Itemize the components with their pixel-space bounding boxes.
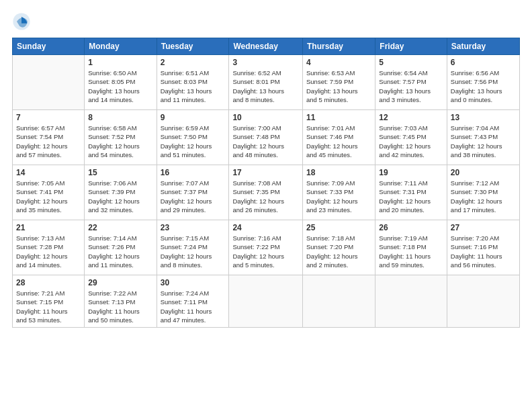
day-number: 17 — [232, 168, 299, 177]
day-info: Sunrise: 6:58 AM Sunset: 7:52 PM Dayligh… — [88, 124, 152, 159]
calendar-cell: 20Sunrise: 7:12 AM Sunset: 7:30 PM Dayli… — [447, 165, 519, 220]
calendar-cell: 23Sunrise: 7:15 AM Sunset: 7:24 PM Dayli… — [157, 220, 229, 275]
header — [12, 12, 520, 31]
day-number: 26 — [379, 223, 443, 232]
day-info: Sunrise: 7:15 AM Sunset: 7:24 PM Dayligh… — [161, 234, 226, 269]
day-number: 10 — [232, 113, 299, 122]
day-number: 27 — [451, 223, 516, 232]
day-info: Sunrise: 7:00 AM Sunset: 7:48 PM Dayligh… — [232, 124, 299, 159]
page: SundayMondayTuesdayWednesdayThursdayFrid… — [0, 0, 532, 411]
day-number: 24 — [232, 223, 299, 232]
day-number: 1 — [88, 58, 152, 67]
day-number: 4 — [306, 58, 371, 67]
day-number: 13 — [451, 113, 516, 122]
day-info: Sunrise: 7:13 AM Sunset: 7:28 PM Dayligh… — [16, 234, 81, 269]
day-number: 11 — [306, 113, 371, 122]
day-number: 12 — [379, 113, 443, 122]
calendar-cell: 15Sunrise: 7:06 AM Sunset: 7:39 PM Dayli… — [85, 165, 157, 220]
calendar-cell: 13Sunrise: 7:04 AM Sunset: 7:43 PM Dayli… — [447, 110, 519, 165]
day-info: Sunrise: 7:07 AM Sunset: 7:37 PM Dayligh… — [161, 179, 226, 214]
calendar-cell: 21Sunrise: 7:13 AM Sunset: 7:28 PM Dayli… — [13, 220, 85, 275]
calendar-cell — [229, 275, 303, 328]
day-header-monday: Monday — [85, 38, 157, 55]
day-info: Sunrise: 7:06 AM Sunset: 7:39 PM Dayligh… — [88, 179, 152, 214]
day-header-wednesday: Wednesday — [229, 38, 303, 55]
logo — [12, 12, 34, 31]
calendar-cell — [375, 275, 447, 328]
day-info: Sunrise: 6:52 AM Sunset: 8:01 PM Dayligh… — [232, 68, 299, 104]
calendar-cell: 19Sunrise: 7:11 AM Sunset: 7:31 PM Dayli… — [375, 165, 447, 220]
day-number: 6 — [451, 58, 516, 67]
day-info: Sunrise: 7:24 AM Sunset: 7:11 PM Dayligh… — [161, 289, 226, 324]
calendar-cell — [303, 275, 375, 328]
calendar-cell: 12Sunrise: 7:03 AM Sunset: 7:45 PM Dayli… — [375, 110, 447, 165]
day-number: 30 — [161, 278, 226, 287]
day-number: 25 — [306, 223, 371, 232]
calendar-cell: 10Sunrise: 7:00 AM Sunset: 7:48 PM Dayli… — [229, 110, 303, 165]
day-info: Sunrise: 7:04 AM Sunset: 7:43 PM Dayligh… — [451, 124, 516, 159]
day-number: 22 — [88, 223, 152, 232]
day-header-sunday: Sunday — [13, 38, 85, 55]
calendar-cell: 27Sunrise: 7:20 AM Sunset: 7:16 PM Dayli… — [447, 220, 519, 275]
calendar-cell: 16Sunrise: 7:07 AM Sunset: 7:37 PM Dayli… — [157, 165, 229, 220]
calendar-cell: 4Sunrise: 6:53 AM Sunset: 7:59 PM Daylig… — [303, 55, 375, 110]
day-info: Sunrise: 7:05 AM Sunset: 7:41 PM Dayligh… — [16, 179, 81, 214]
day-info: Sunrise: 7:08 AM Sunset: 7:35 PM Dayligh… — [232, 179, 299, 214]
day-info: Sunrise: 6:59 AM Sunset: 7:50 PM Dayligh… — [161, 124, 226, 159]
calendar-cell: 25Sunrise: 7:18 AM Sunset: 7:20 PM Dayli… — [303, 220, 375, 275]
day-header-saturday: Saturday — [447, 38, 519, 55]
calendar-cell: 2Sunrise: 6:51 AM Sunset: 8:03 PM Daylig… — [157, 55, 229, 110]
day-info: Sunrise: 7:09 AM Sunset: 7:33 PM Dayligh… — [306, 179, 371, 214]
calendar-cell: 5Sunrise: 6:54 AM Sunset: 7:57 PM Daylig… — [375, 55, 447, 110]
day-number: 3 — [232, 58, 299, 67]
calendar: SundayMondayTuesdayWednesdayThursdayFrid… — [12, 38, 520, 328]
calendar-cell — [447, 275, 519, 328]
day-info: Sunrise: 7:03 AM Sunset: 7:45 PM Dayligh… — [379, 124, 443, 159]
day-number: 8 — [88, 113, 152, 122]
day-info: Sunrise: 7:20 AM Sunset: 7:16 PM Dayligh… — [451, 234, 516, 269]
day-info: Sunrise: 6:51 AM Sunset: 8:03 PM Dayligh… — [161, 68, 226, 104]
calendar-cell: 22Sunrise: 7:14 AM Sunset: 7:26 PM Dayli… — [85, 220, 157, 275]
day-number: 15 — [88, 168, 152, 177]
day-info: Sunrise: 6:50 AM Sunset: 8:05 PM Dayligh… — [88, 68, 152, 104]
calendar-cell: 29Sunrise: 7:22 AM Sunset: 7:13 PM Dayli… — [85, 275, 157, 328]
day-number: 16 — [161, 168, 226, 177]
calendar-cell: 6Sunrise: 6:56 AM Sunset: 7:56 PM Daylig… — [447, 55, 519, 110]
day-info: Sunrise: 6:57 AM Sunset: 7:54 PM Dayligh… — [16, 124, 81, 159]
day-info: Sunrise: 6:54 AM Sunset: 7:57 PM Dayligh… — [379, 68, 443, 104]
day-info: Sunrise: 7:21 AM Sunset: 7:15 PM Dayligh… — [16, 289, 81, 324]
day-number: 18 — [306, 168, 371, 177]
day-number: 28 — [16, 278, 81, 287]
day-number: 14 — [16, 168, 81, 177]
calendar-cell — [13, 55, 85, 110]
day-info: Sunrise: 7:14 AM Sunset: 7:26 PM Dayligh… — [88, 234, 152, 269]
day-info: Sunrise: 6:56 AM Sunset: 7:56 PM Dayligh… — [451, 68, 516, 104]
day-header-thursday: Thursday — [303, 38, 375, 55]
day-info: Sunrise: 7:11 AM Sunset: 7:31 PM Dayligh… — [379, 179, 443, 214]
day-info: Sunrise: 7:18 AM Sunset: 7:20 PM Dayligh… — [306, 234, 371, 269]
calendar-cell: 18Sunrise: 7:09 AM Sunset: 7:33 PM Dayli… — [303, 165, 375, 220]
day-number: 9 — [161, 113, 226, 122]
calendar-cell: 8Sunrise: 6:58 AM Sunset: 7:52 PM Daylig… — [85, 110, 157, 165]
day-header-tuesday: Tuesday — [157, 38, 229, 55]
day-number: 7 — [16, 113, 81, 122]
day-number: 21 — [16, 223, 81, 232]
header-row: SundayMondayTuesdayWednesdayThursdayFrid… — [13, 38, 520, 55]
day-info: Sunrise: 7:19 AM Sunset: 7:18 PM Dayligh… — [379, 234, 443, 269]
day-info: Sunrise: 7:01 AM Sunset: 7:46 PM Dayligh… — [306, 124, 371, 159]
day-number: 2 — [161, 58, 226, 67]
calendar-cell: 7Sunrise: 6:57 AM Sunset: 7:54 PM Daylig… — [13, 110, 85, 165]
day-number: 5 — [379, 58, 443, 67]
calendar-cell: 17Sunrise: 7:08 AM Sunset: 7:35 PM Dayli… — [229, 165, 303, 220]
day-info: Sunrise: 6:53 AM Sunset: 7:59 PM Dayligh… — [306, 68, 371, 104]
calendar-cell: 14Sunrise: 7:05 AM Sunset: 7:41 PM Dayli… — [13, 165, 85, 220]
calendar-cell: 1Sunrise: 6:50 AM Sunset: 8:05 PM Daylig… — [85, 55, 157, 110]
day-info: Sunrise: 7:22 AM Sunset: 7:13 PM Dayligh… — [88, 289, 152, 324]
calendar-cell: 3Sunrise: 6:52 AM Sunset: 8:01 PM Daylig… — [229, 55, 303, 110]
calendar-cell: 24Sunrise: 7:16 AM Sunset: 7:22 PM Dayli… — [229, 220, 303, 275]
logo-icon — [12, 12, 31, 31]
day-number: 19 — [379, 168, 443, 177]
day-info: Sunrise: 7:16 AM Sunset: 7:22 PM Dayligh… — [232, 234, 299, 269]
day-number: 23 — [161, 223, 226, 232]
day-number: 20 — [451, 168, 516, 177]
